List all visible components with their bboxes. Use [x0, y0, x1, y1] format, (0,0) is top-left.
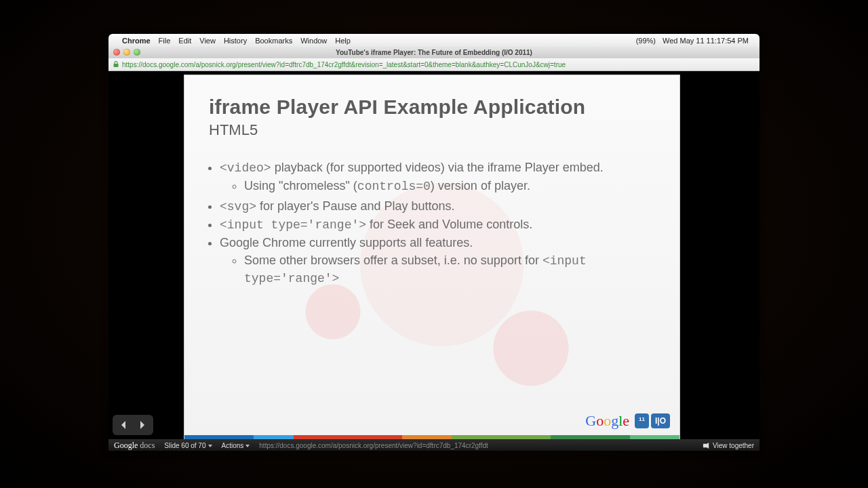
bullet-video: <video> playback (for supported videos) … [220, 159, 655, 195]
bullet-browser-subset: Some other browsers offer a subset, i.e.… [244, 252, 655, 287]
view-together-button[interactable]: View together [703, 439, 754, 451]
status-url: https://docs.google.com/a/posnick.org/pr… [259, 442, 488, 449]
bullet-chrome: Google Chrome currently supports all fea… [220, 235, 655, 287]
docs-toolbar: Google docs Slide 60 of 70 Actions https… [108, 439, 760, 451]
menu-history[interactable]: History [224, 37, 247, 45]
slide-brand: Google 11 I|O [585, 412, 670, 430]
url-text: https://docs.google.com/a/posnick.org/pr… [122, 61, 566, 68]
slide-nav [113, 415, 153, 435]
slide-title: iframe Player API Example Application [209, 96, 655, 119]
lock-icon [113, 61, 119, 68]
bullet-range: <input type='range'> for Seek and Volume… [220, 216, 655, 233]
prev-slide-button[interactable] [117, 418, 132, 432]
menu-bookmarks[interactable]: Bookmarks [255, 37, 292, 45]
io-logo: 11 I|O [635, 413, 670, 428]
next-slide-button[interactable] [134, 418, 149, 432]
browser-window: Chrome File Edit View History Bookmarks … [108, 34, 760, 451]
bullet-svg: <svg> for player's Pause and Play button… [220, 198, 655, 215]
presentation-stage: iframe Player API Example Application HT… [108, 71, 760, 439]
slide: iframe Player API Example Application HT… [184, 75, 679, 439]
url-bar[interactable]: https://docs.google.com/a/posnick.org/pr… [108, 58, 760, 71]
slide-counter[interactable]: Slide 60 of 70 [164, 442, 212, 449]
window-title: YouTube's iframe Player: The Future of E… [108, 49, 760, 56]
actions-menu[interactable]: Actions [222, 442, 250, 449]
macos-menubar: Chrome File Edit View History Bookmarks … [108, 34, 760, 47]
app-menu[interactable]: Chrome [122, 37, 151, 45]
menu-view[interactable]: View [199, 37, 216, 45]
bullet-chromeless: Using "chromeless" (controls=0) version … [244, 178, 655, 195]
slide-bullets: <video> playback (for supported videos) … [209, 159, 655, 287]
menu-file[interactable]: File [159, 37, 171, 45]
slide-subtitle: HTML5 [209, 121, 655, 139]
clock[interactable]: Wed May 11 11:17:54 PM [663, 37, 749, 45]
menu-window[interactable]: Window [300, 37, 327, 45]
svg-rect-6 [114, 64, 119, 67]
battery-percent: (99%) [636, 37, 656, 45]
menu-edit[interactable]: Edit [178, 37, 191, 45]
google-logo: Google [585, 412, 629, 430]
menu-help[interactable]: Help [335, 37, 351, 45]
docs-logo[interactable]: Google docs [114, 441, 155, 451]
window-titlebar: YouTube's iframe Player: The Future of E… [108, 47, 760, 58]
